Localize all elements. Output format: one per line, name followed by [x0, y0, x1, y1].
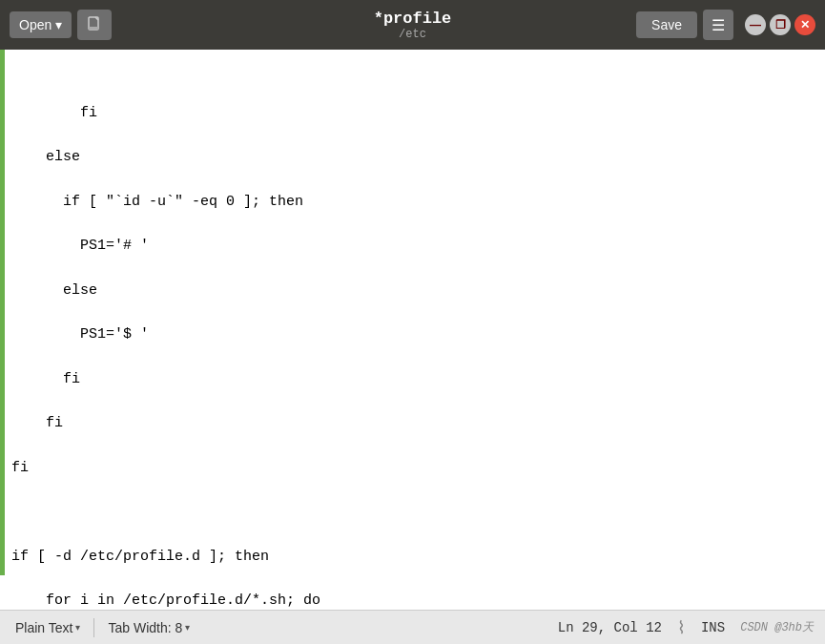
code-line: for i in /etc/profile.d/*.sh; do	[8, 590, 825, 610]
code-line: PS1='$ '	[8, 323, 825, 345]
code-line: if [ "`id -u`" -eq 0 ]; then	[8, 191, 825, 213]
code-line: fi	[8, 102, 825, 124]
tab-width-dropdown[interactable]: Tab Width: 8 ▾	[104, 618, 194, 637]
titlebar-center: *profile /etc	[374, 10, 452, 41]
code-line: fi	[8, 412, 825, 434]
tab-width-chevron: ▾	[185, 622, 190, 633]
svg-rect-1	[89, 27, 98, 30]
maximize-button[interactable]: ❐	[770, 14, 791, 35]
editor-content[interactable]: fi else if [ "`id -u`" -eq 0 ]; then PS1…	[0, 50, 825, 610]
open-label: Open	[19, 17, 52, 32]
ins-mode-label: INS	[701, 620, 725, 635]
menu-button[interactable]: ☰	[703, 10, 733, 40]
tab-width-label: Tab Width: 8	[108, 620, 182, 635]
titlebar-left: Open ▾	[10, 10, 112, 40]
code-line: PS1='# '	[8, 235, 825, 257]
file-icon-button[interactable]	[77, 10, 112, 40]
titlebar: Open ▾ *profile /etc Save ☰ — ❐ ✕	[0, 0, 825, 50]
plain-text-dropdown[interactable]: Plain Text ▾	[11, 618, 84, 637]
code-line: else	[8, 146, 825, 168]
titlebar-right: Save ☰ — ❐ ✕	[636, 10, 815, 40]
file-title: *profile	[374, 10, 452, 28]
plain-text-label: Plain Text	[15, 620, 72, 635]
ln-col-label: Ln 29, Col 12	[558, 620, 662, 635]
code-line: if [ -d /etc/profile.d ]; then	[8, 546, 825, 568]
close-button[interactable]: ✕	[794, 14, 815, 35]
cursor-icon: ⌇	[677, 617, 686, 638]
editor-container: fi else if [ "`id -u`" -eq 0 ]; then PS1…	[0, 50, 825, 610]
code-line: fi	[8, 368, 825, 390]
minimize-button[interactable]: —	[745, 14, 766, 35]
open-button[interactable]: Open ▾	[10, 11, 72, 38]
file-path: /etc	[374, 28, 452, 41]
status-divider-1	[93, 618, 94, 637]
status-right: Ln 29, Col 12 ⌇ INS CSDN @3hb天	[558, 617, 814, 638]
code-line: fi	[8, 457, 825, 479]
plain-text-section: Plain Text ▾	[11, 618, 84, 637]
watermark: CSDN @3hb天	[740, 619, 814, 635]
file-icon	[86, 16, 103, 33]
open-arrow: ▾	[55, 17, 62, 32]
code-line	[8, 501, 825, 523]
statusbar: Plain Text ▾ Tab Width: 8 ▾ Ln 29, Col 1…	[0, 610, 825, 644]
save-button[interactable]: Save	[636, 11, 697, 38]
tab-width-section: Tab Width: 8 ▾	[104, 618, 194, 637]
window-controls: — ❐ ✕	[745, 14, 815, 35]
code-line: else	[8, 280, 825, 301]
plain-text-chevron: ▾	[75, 622, 80, 633]
